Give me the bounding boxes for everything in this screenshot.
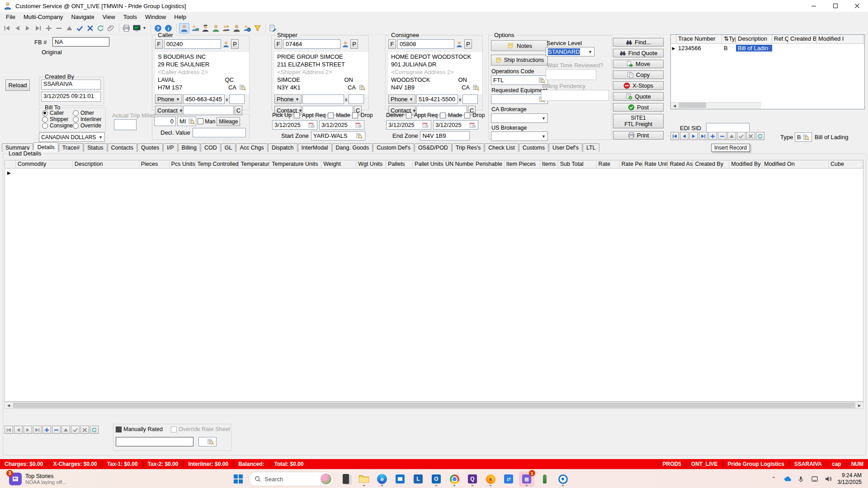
last-record-button[interactable]	[33, 426, 42, 434]
outlook-icon[interactable]: O	[429, 471, 444, 487]
tab-cod[interactable]: COD	[201, 143, 221, 152]
rating-search-icon[interactable]	[207, 438, 214, 446]
decl-value-input[interactable]	[193, 128, 246, 137]
ld-col-rate[interactable]: Rate	[597, 160, 620, 168]
trace-hscrollbar[interactable]: ◀	[671, 102, 761, 109]
tab-user-def-s[interactable]: User Def's	[549, 143, 582, 152]
person-computer-icon[interactable]	[190, 23, 200, 33]
load-details-hscrollbar[interactable]: ◀ ▶	[5, 402, 863, 409]
trace-type-input[interactable]: B	[795, 132, 812, 142]
cross-record-button[interactable]	[80, 426, 89, 434]
minus-record-button[interactable]	[718, 132, 726, 140]
print-button[interactable]: Print	[613, 131, 664, 140]
check-blue-icon[interactable]	[75, 23, 85, 33]
find-button[interactable]: Find...	[613, 38, 664, 47]
rating-value-input[interactable]	[116, 437, 193, 446]
quote-button[interactable]: Quote	[613, 92, 664, 101]
radio-icon[interactable]	[42, 123, 48, 129]
prev-record-button[interactable]	[680, 132, 689, 140]
ld-col-wgt-units[interactable]: Wgt Units	[356, 160, 386, 168]
edge-icon[interactable]: e	[374, 471, 390, 487]
goto-icon[interactable]	[555, 471, 571, 487]
tab-dang-goods[interactable]: Dang. Goods	[332, 143, 373, 152]
pickup-appt-req-checkbox[interactable]	[294, 113, 300, 118]
taskbar-clock[interactable]: 9:24 AM 3/12/2025	[838, 472, 862, 486]
tab-os-d-pod[interactable]: OS&D/POD	[415, 143, 452, 152]
ship-instructions-button[interactable]: Ship Instructions	[491, 55, 548, 66]
next-record-button[interactable]	[689, 132, 698, 140]
next-icon[interactable]	[23, 23, 33, 33]
copy-button[interactable]: Copy	[613, 70, 664, 79]
bill-to-option-override[interactable]: Override	[73, 122, 102, 129]
menu-view[interactable]: View	[99, 13, 119, 21]
search-input[interactable]: Search	[249, 472, 334, 486]
notes-button[interactable]: Notes	[491, 40, 548, 51]
start-zone-input[interactable]: YARD-WALS	[311, 131, 365, 141]
ld-col-rate-units[interactable]: Rate Units	[643, 160, 668, 168]
ld-col-perishable[interactable]: Perishable	[474, 160, 505, 168]
prev-record-button[interactable]	[14, 426, 23, 434]
ld-col-temperature[interactable]: Temperature	[239, 160, 270, 168]
shipper-profile-button[interactable]: P	[350, 39, 358, 49]
tab-dispatch[interactable]: Dispatch	[268, 143, 297, 152]
fb-number-input[interactable]: NA	[52, 37, 109, 47]
deliver-appt-req-checkbox[interactable]	[406, 113, 412, 118]
requested-equipment-input[interactable]	[491, 94, 548, 104]
consignee-ext-input[interactable]	[462, 94, 478, 104]
post-button[interactable]: Post	[613, 103, 664, 112]
tab-ltl[interactable]: LTL	[583, 143, 599, 152]
triup-record-button[interactable]	[61, 426, 70, 434]
q-app-icon[interactable]: Q	[465, 471, 480, 487]
ld-col-un-number[interactable]: UN Number	[443, 160, 474, 168]
web-user-icon[interactable]	[242, 23, 252, 33]
first-icon[interactable]	[2, 23, 12, 33]
close-button[interactable]	[846, 0, 868, 12]
file-explorer-icon[interactable]	[356, 471, 372, 487]
shipper-phone-input[interactable]	[302, 94, 344, 104]
consignee-phone-input[interactable]: 519-421-5500	[416, 94, 458, 104]
ld-col-pallet-units[interactable]: Pallet Units	[413, 160, 443, 168]
printer-icon[interactable]	[122, 23, 131, 33]
last-icon[interactable]	[33, 23, 43, 33]
bill-to-option-consignee[interactable]: Consignee	[42, 122, 75, 129]
firefox-icon[interactable]: x	[483, 471, 498, 487]
trace-type-search-icon[interactable]	[802, 134, 810, 141]
service-level-select[interactable]: STANDARD ▼	[546, 47, 594, 56]
tab-custom-def-s[interactable]: Custom Def's	[373, 143, 414, 152]
bill-to-option-caller[interactable]: Caller	[42, 110, 75, 116]
consignee-find-button[interactable]: F	[388, 39, 396, 49]
scroll-left-icon[interactable]: ◀	[5, 402, 13, 408]
triup-icon[interactable]	[65, 23, 74, 33]
minus-icon[interactable]	[54, 23, 64, 33]
weather-widget-icon[interactable]	[321, 474, 331, 484]
ld-col-description[interactable]: Description	[73, 160, 139, 168]
scroll-left-icon[interactable]: ◀	[671, 103, 679, 109]
refresh-icon[interactable]	[96, 23, 105, 33]
edi-sid-input[interactable]	[706, 123, 750, 132]
trace-col-ref-q[interactable]: Ref.Q	[772, 35, 788, 43]
miles-input[interactable]: 0	[154, 117, 176, 126]
caller-phone-input[interactable]: 450-663-4245	[183, 94, 225, 104]
trace-col-trace-number[interactable]: Trace Number	[676, 35, 722, 43]
last-record-button[interactable]	[699, 132, 708, 140]
pickup-date-from-input[interactable]: 3/12/2025	[272, 120, 317, 130]
customer-service-icon[interactable]	[179, 23, 189, 33]
ld-col-pcs-units[interactable]: Pcs Units	[170, 160, 196, 168]
pickup-date-to-calendar-icon[interactable]	[355, 122, 362, 129]
tablet-icon[interactable]	[811, 475, 819, 483]
tab-quotes[interactable]: Quotes	[137, 143, 163, 152]
caller-profile-button[interactable]: P	[231, 39, 239, 49]
tab-gl[interactable]: GL	[221, 143, 236, 152]
rating-search-field[interactable]	[198, 437, 217, 446]
tab-i-p[interactable]: I/P	[163, 143, 177, 152]
mileage-button[interactable]: Mileage	[217, 117, 240, 126]
cross-record-button[interactable]	[746, 132, 755, 140]
driver-icon[interactable]	[201, 23, 210, 33]
ld-col-modified-on[interactable]: Modified On	[762, 160, 829, 168]
trace-col-created-by[interactable]: Created By	[788, 35, 816, 43]
person-green-icon[interactable]	[211, 23, 221, 33]
ld-col-commodity[interactable]: Commodity	[16, 160, 73, 168]
first-record-button[interactable]	[5, 426, 13, 434]
menu-file[interactable]: File	[2, 13, 19, 21]
plus-record-button[interactable]	[708, 132, 717, 140]
